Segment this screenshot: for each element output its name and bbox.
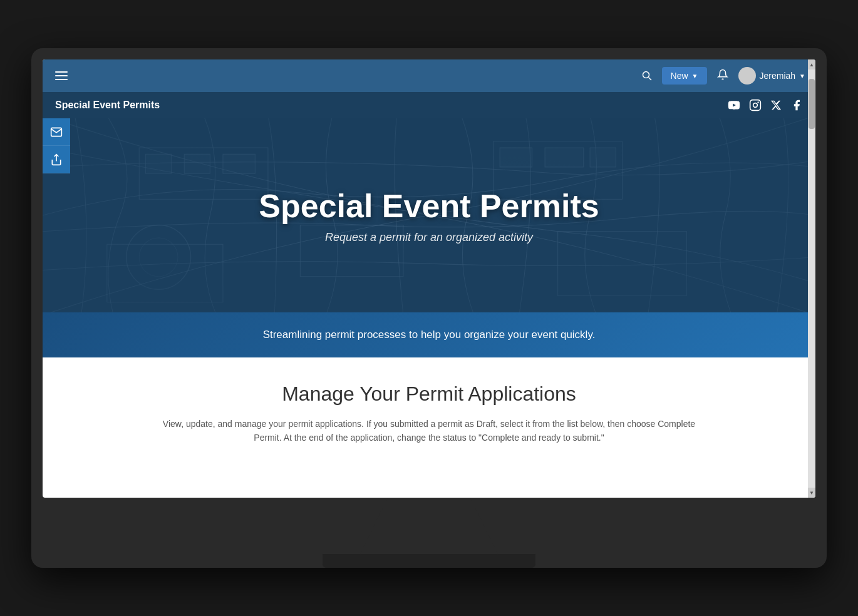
- scrollbar-arrow-up[interactable]: ▲: [808, 59, 815, 69]
- monitor-base: [323, 554, 535, 568]
- svg-point-5: [758, 102, 758, 103]
- hamburger-menu-icon[interactable]: [53, 69, 70, 83]
- scrollbar-arrow-down[interactable]: ▼: [808, 488, 815, 498]
- subscribe-sidebar-button[interactable]: [43, 118, 70, 146]
- x-twitter-icon[interactable]: [770, 100, 782, 111]
- hero-title: Special Event Permits: [259, 187, 599, 225]
- youtube-icon[interactable]: [728, 99, 740, 111]
- monitor-screen: ▲ ▼ New: [43, 59, 815, 498]
- user-avatar: [738, 67, 756, 85]
- main-content: Manage Your Permit Applications View, up…: [43, 357, 815, 464]
- user-dropdown-arrow: ▼: [799, 73, 805, 80]
- main-description: View, update, and manage your permit app…: [160, 417, 698, 445]
- site-title: Special Event Permits: [55, 100, 160, 111]
- navbar: New ▼ Jeremiah ▼: [43, 59, 815, 92]
- site-header: Special Event Permits: [43, 92, 815, 118]
- facebook-icon[interactable]: [790, 99, 803, 111]
- navbar-right: New ▼ Jeremiah ▼: [642, 67, 805, 85]
- blue-banner: Streamlining permit processes to help yo…: [43, 312, 815, 357]
- bell-icon[interactable]: [717, 69, 728, 83]
- svg-rect-3: [750, 100, 761, 111]
- social-icons-bar: [728, 99, 803, 111]
- new-button-arrow: ▼: [692, 73, 698, 80]
- svg-point-0: [643, 72, 649, 78]
- svg-line-1: [648, 78, 651, 81]
- share-sidebar-button[interactable]: [43, 146, 70, 173]
- search-icon[interactable]: [642, 71, 652, 81]
- monitor-stand: [360, 498, 498, 554]
- new-button[interactable]: New ▼: [662, 67, 707, 85]
- new-button-label: New: [671, 71, 688, 81]
- user-profile[interactable]: Jeremiah ▼: [738, 67, 806, 85]
- hero-subtitle: Request a permit for an organized activi…: [259, 231, 599, 244]
- monitor-outer: ▲ ▼ New: [31, 48, 827, 568]
- navbar-left: [53, 69, 70, 83]
- left-sidebar: [43, 118, 70, 173]
- svg-point-4: [753, 103, 758, 108]
- hero-content: Special Event Permits Request a permit f…: [259, 187, 599, 244]
- hero-section: Special Event Permits Request a permit f…: [43, 118, 815, 312]
- scrollbar[interactable]: ▲ ▼: [808, 59, 815, 498]
- user-name-label: Jeremiah: [760, 71, 796, 81]
- blue-banner-text: Streamlining permit processes to help yo…: [263, 329, 596, 341]
- scrollbar-thumb[interactable]: [809, 79, 815, 129]
- instagram-icon[interactable]: [749, 99, 762, 111]
- main-section-title: Manage Your Permit Applications: [93, 382, 765, 406]
